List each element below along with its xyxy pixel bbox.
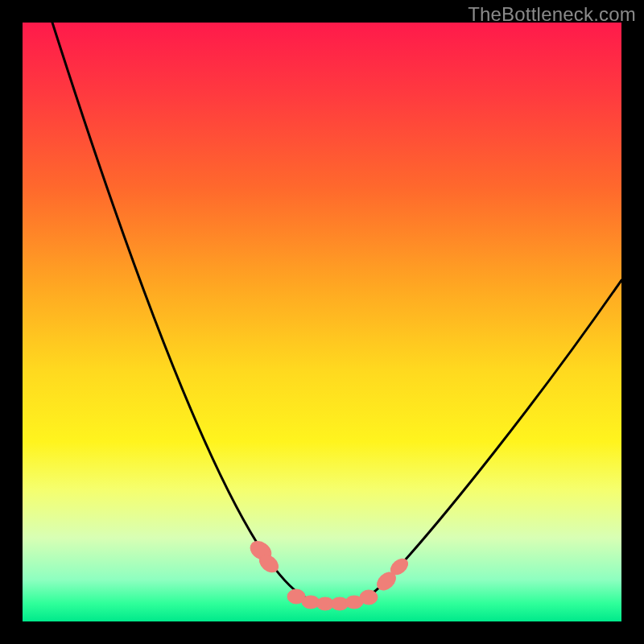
optimal-range-markers [247, 538, 411, 610]
chart-frame: TheBottleneck.com [0, 0, 644, 644]
watermark-text: TheBottleneck.com [468, 3, 636, 26]
bottleneck-curve [52, 23, 621, 604]
chart-plot-area [23, 23, 621, 621]
svg-point-7 [360, 590, 378, 605]
chart-svg [23, 23, 621, 621]
